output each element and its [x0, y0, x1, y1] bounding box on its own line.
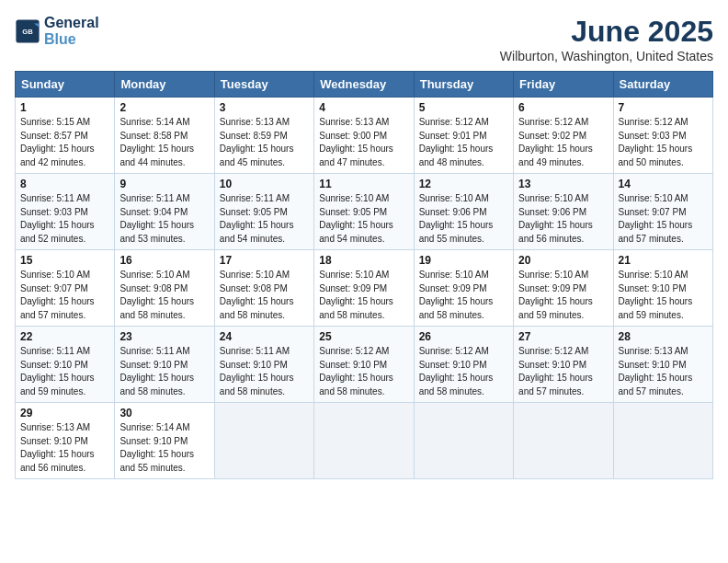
empty-cell: [414, 403, 513, 479]
day-cell-22: 22 Sunrise: 5:11 AM Sunset: 9:10 PM Dayl…: [16, 327, 115, 403]
calendar-title: June 2025: [500, 15, 713, 49]
day-info: Sunrise: 5:10 AM Sunset: 9:05 PM Dayligh…: [319, 192, 408, 246]
day-cell-15: 15 Sunrise: 5:10 AM Sunset: 9:07 PM Dayl…: [16, 250, 115, 327]
page-header: GB General Blue June 2025 Wilburton, Was…: [15, 15, 713, 63]
day-info: Sunrise: 5:12 AM Sunset: 9:10 PM Dayligh…: [419, 345, 508, 398]
day-number: 29: [20, 407, 109, 419]
empty-cell: [613, 403, 712, 479]
day-info: Sunrise: 5:14 AM Sunset: 8:58 PM Dayligh…: [119, 116, 209, 169]
week-row-1: 1 Sunrise: 5:15 AM Sunset: 8:57 PM Dayli…: [16, 98, 713, 174]
day-info: Sunrise: 5:11 AM Sunset: 9:05 PM Dayligh…: [220, 192, 309, 246]
day-cell-21: 21 Sunrise: 5:10 AM Sunset: 9:10 PM Dayl…: [613, 250, 712, 327]
calendar-subtitle: Wilburton, Washington, United States: [500, 49, 713, 63]
day-info: Sunrise: 5:12 AM Sunset: 9:02 PM Dayligh…: [518, 116, 608, 169]
day-number: 12: [419, 178, 508, 190]
day-info: Sunrise: 5:10 AM Sunset: 9:10 PM Dayligh…: [619, 269, 708, 322]
day-info: Sunrise: 5:15 AM Sunset: 8:57 PM Dayligh…: [20, 116, 109, 169]
weekday-header-wednesday: Wednesday: [314, 72, 414, 98]
day-cell-17: 17 Sunrise: 5:10 AM Sunset: 9:08 PM Dayl…: [214, 250, 313, 327]
day-cell-2: 2 Sunrise: 5:14 AM Sunset: 8:58 PM Dayli…: [115, 98, 214, 174]
day-cell-18: 18 Sunrise: 5:10 AM Sunset: 9:09 PM Dayl…: [314, 250, 414, 327]
week-row-3: 15 Sunrise: 5:10 AM Sunset: 9:07 PM Dayl…: [16, 250, 713, 327]
empty-cell: [214, 403, 313, 479]
day-number: 7: [619, 101, 708, 114]
day-number: 20: [518, 254, 608, 267]
day-number: 24: [220, 330, 309, 343]
day-number: 25: [319, 330, 408, 343]
day-cell-23: 23 Sunrise: 5:11 AM Sunset: 9:10 PM Dayl…: [115, 327, 214, 403]
day-info: Sunrise: 5:10 AM Sunset: 9:07 PM Dayligh…: [619, 192, 708, 246]
day-info: Sunrise: 5:11 AM Sunset: 9:10 PM Dayligh…: [20, 345, 109, 398]
day-info: Sunrise: 5:11 AM Sunset: 9:04 PM Dayligh…: [119, 192, 209, 246]
day-info: Sunrise: 5:14 AM Sunset: 9:10 PM Dayligh…: [119, 421, 209, 475]
day-cell-3: 3 Sunrise: 5:13 AM Sunset: 8:59 PM Dayli…: [214, 98, 313, 174]
day-info: Sunrise: 5:10 AM Sunset: 9:08 PM Dayligh…: [220, 269, 309, 322]
day-cell-4: 4 Sunrise: 5:13 AM Sunset: 9:00 PM Dayli…: [314, 98, 414, 174]
day-number: 22: [20, 330, 109, 343]
day-info: Sunrise: 5:10 AM Sunset: 9:06 PM Dayligh…: [518, 192, 608, 246]
day-cell-30: 30 Sunrise: 5:14 AM Sunset: 9:10 PM Dayl…: [115, 403, 214, 479]
day-cell-25: 25 Sunrise: 5:12 AM Sunset: 9:10 PM Dayl…: [314, 327, 414, 403]
day-info: Sunrise: 5:11 AM Sunset: 9:03 PM Dayligh…: [20, 192, 109, 246]
day-cell-13: 13 Sunrise: 5:10 AM Sunset: 9:06 PM Dayl…: [514, 174, 613, 250]
day-info: Sunrise: 5:10 AM Sunset: 9:09 PM Dayligh…: [319, 269, 408, 322]
day-info: Sunrise: 5:12 AM Sunset: 9:03 PM Dayligh…: [619, 116, 708, 169]
day-number: 13: [518, 178, 608, 190]
day-number: 26: [419, 330, 508, 343]
week-row-2: 8 Sunrise: 5:11 AM Sunset: 9:03 PM Dayli…: [16, 174, 713, 250]
day-info: Sunrise: 5:11 AM Sunset: 9:10 PM Dayligh…: [119, 345, 209, 398]
day-number: 10: [220, 178, 309, 190]
day-cell-16: 16 Sunrise: 5:10 AM Sunset: 9:08 PM Dayl…: [115, 250, 214, 327]
day-cell-11: 11 Sunrise: 5:10 AM Sunset: 9:05 PM Dayl…: [314, 174, 414, 250]
day-cell-1: 1 Sunrise: 5:15 AM Sunset: 8:57 PM Dayli…: [16, 98, 115, 174]
day-number: 30: [119, 407, 209, 419]
day-number: 17: [220, 254, 309, 267]
day-cell-19: 19 Sunrise: 5:10 AM Sunset: 9:09 PM Dayl…: [414, 250, 513, 327]
day-number: 11: [319, 178, 408, 190]
day-cell-26: 26 Sunrise: 5:12 AM Sunset: 9:10 PM Dayl…: [414, 327, 513, 403]
day-cell-7: 7 Sunrise: 5:12 AM Sunset: 9:03 PM Dayli…: [613, 98, 712, 174]
day-number: 18: [319, 254, 408, 267]
day-info: Sunrise: 5:12 AM Sunset: 9:10 PM Dayligh…: [518, 345, 608, 398]
day-cell-20: 20 Sunrise: 5:10 AM Sunset: 9:09 PM Dayl…: [514, 250, 613, 327]
day-number: 4: [319, 101, 408, 114]
day-info: Sunrise: 5:10 AM Sunset: 9:09 PM Dayligh…: [419, 269, 508, 322]
svg-text:GB: GB: [22, 27, 33, 35]
day-cell-10: 10 Sunrise: 5:11 AM Sunset: 9:05 PM Dayl…: [214, 174, 313, 250]
day-cell-8: 8 Sunrise: 5:11 AM Sunset: 9:03 PM Dayli…: [16, 174, 115, 250]
empty-cell: [514, 403, 613, 479]
day-number: 19: [419, 254, 508, 267]
day-number: 23: [119, 330, 209, 343]
day-number: 5: [419, 101, 508, 114]
logo-text: General Blue: [44, 15, 99, 47]
day-info: Sunrise: 5:10 AM Sunset: 9:06 PM Dayligh…: [419, 192, 508, 246]
week-row-4: 22 Sunrise: 5:11 AM Sunset: 9:10 PM Dayl…: [16, 327, 713, 403]
day-number: 16: [119, 254, 209, 267]
weekday-header-tuesday: Tuesday: [214, 72, 313, 98]
day-cell-24: 24 Sunrise: 5:11 AM Sunset: 9:10 PM Dayl…: [214, 327, 313, 403]
day-cell-14: 14 Sunrise: 5:10 AM Sunset: 9:07 PM Dayl…: [613, 174, 712, 250]
day-number: 1: [20, 101, 109, 114]
day-info: Sunrise: 5:10 AM Sunset: 9:07 PM Dayligh…: [20, 269, 109, 322]
logo-icon: GB: [15, 18, 40, 44]
day-cell-12: 12 Sunrise: 5:10 AM Sunset: 9:06 PM Dayl…: [414, 174, 513, 250]
day-number: 3: [220, 101, 309, 114]
day-number: 28: [619, 330, 708, 343]
day-number: 27: [518, 330, 608, 343]
day-cell-9: 9 Sunrise: 5:11 AM Sunset: 9:04 PM Dayli…: [115, 174, 214, 250]
weekday-header-thursday: Thursday: [414, 72, 513, 98]
day-number: 15: [20, 254, 109, 267]
logo: GB General Blue: [15, 15, 99, 47]
day-cell-29: 29 Sunrise: 5:13 AM Sunset: 9:10 PM Dayl…: [16, 403, 115, 479]
day-number: 14: [619, 178, 708, 190]
day-number: 21: [619, 254, 708, 267]
title-block: June 2025 Wilburton, Washington, United …: [500, 15, 713, 63]
weekday-header-saturday: Saturday: [613, 72, 712, 98]
day-cell-6: 6 Sunrise: 5:12 AM Sunset: 9:02 PM Dayli…: [514, 98, 613, 174]
day-info: Sunrise: 5:13 AM Sunset: 8:59 PM Dayligh…: [220, 116, 309, 169]
day-info: Sunrise: 5:10 AM Sunset: 9:09 PM Dayligh…: [518, 269, 608, 322]
day-cell-28: 28 Sunrise: 5:13 AM Sunset: 9:10 PM Dayl…: [613, 327, 712, 403]
day-cell-27: 27 Sunrise: 5:12 AM Sunset: 9:10 PM Dayl…: [514, 327, 613, 403]
day-info: Sunrise: 5:12 AM Sunset: 9:10 PM Dayligh…: [319, 345, 408, 398]
week-row-5: 29 Sunrise: 5:13 AM Sunset: 9:10 PM Dayl…: [16, 403, 713, 479]
